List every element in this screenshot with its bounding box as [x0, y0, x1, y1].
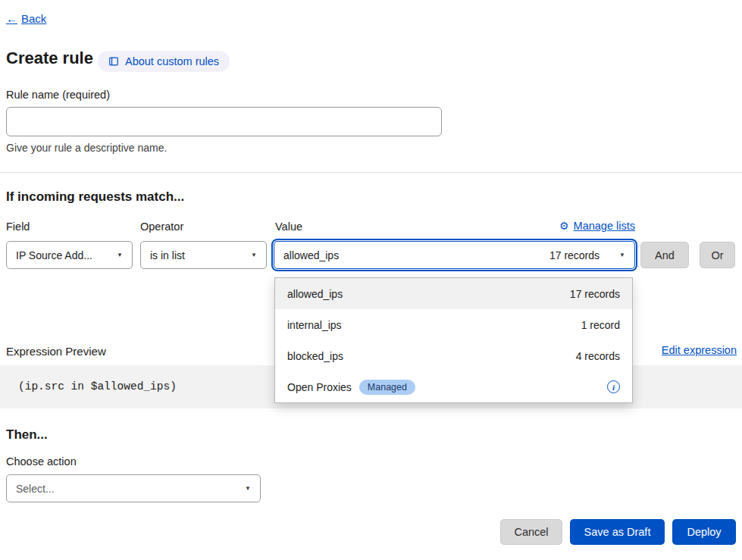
and-button[interactable]: And [640, 242, 689, 268]
match-section-heading: If incoming requests match... [6, 189, 184, 205]
value-select-value: allowed_ips [283, 249, 339, 261]
choose-action-label: Choose action [6, 455, 77, 468]
value-dropdown-menu: allowed_ips 17 records internal_ips 1 re… [274, 277, 633, 403]
operator-select-value: is in list [150, 249, 185, 261]
manage-lists-label: Manage lists [574, 220, 635, 232]
cancel-button[interactable]: Cancel [500, 519, 562, 545]
operator-column-label: Operator [140, 221, 183, 233]
chevron-down-icon: ▼ [251, 252, 257, 258]
info-icon[interactable]: i [607, 380, 620, 393]
back-link[interactable]: ← Back [6, 12, 46, 25]
section-divider [0, 172, 742, 173]
value-select-records: 17 records [549, 249, 600, 261]
create-rule-page: ← Back Create rule About custom rules Ru… [0, 0, 742, 560]
rule-name-input[interactable] [6, 107, 442, 136]
gear-icon: ⚙ [559, 220, 569, 232]
list-item-name: internal_ips [287, 319, 342, 331]
managed-badge: Managed [359, 380, 415, 395]
then-section-heading: Then... [6, 427, 48, 443]
manage-lists-link[interactable]: ⚙ Manage lists [559, 220, 635, 232]
field-column-label: Field [6, 221, 30, 233]
page-title: Create rule [6, 48, 93, 68]
list-item-records: 4 records [576, 350, 620, 362]
about-custom-rules-link[interactable]: About custom rules [98, 51, 230, 72]
value-select[interactable]: allowed_ips 17 records ▼ [274, 241, 635, 269]
back-link-label: Back [21, 12, 46, 25]
about-custom-rules-label: About custom rules [125, 55, 219, 67]
chevron-down-icon: ▼ [245, 485, 251, 492]
list-item-allowed-ips[interactable]: allowed_ips 17 records [275, 278, 632, 309]
rule-name-label: Rule name (required) [6, 89, 110, 101]
list-item-records: 1 record [581, 319, 620, 331]
field-select[interactable]: IP Source Add... ▼ [6, 241, 133, 269]
book-icon [108, 56, 119, 67]
expression-preview-label: Expression Preview [6, 345, 106, 358]
chevron-down-icon: ▼ [619, 252, 625, 258]
deploy-button[interactable]: Deploy [672, 519, 736, 545]
value-column-label: Value [275, 221, 302, 233]
action-select-placeholder: Select... [16, 483, 55, 495]
back-arrow-icon: ← [6, 12, 17, 25]
edit-expression-link[interactable]: Edit expression [662, 344, 737, 356]
field-select-value: IP Source Add... [16, 249, 92, 261]
list-item-open-proxies[interactable]: Open Proxies Managed i [275, 371, 632, 402]
list-item-name: allowed_ips [287, 288, 343, 300]
or-button[interactable]: Or [700, 242, 735, 268]
list-item-internal-ips[interactable]: internal_ips 1 record [275, 309, 632, 340]
operator-select[interactable]: is in list ▼ [140, 241, 267, 269]
list-item-records: 17 records [570, 288, 620, 300]
list-item-name: Open Proxies [287, 381, 352, 393]
chevron-down-icon: ▼ [117, 252, 123, 258]
rule-name-helper-text: Give your rule a descriptive name. [6, 142, 167, 154]
list-item-blocked-ips[interactable]: blocked_ips 4 records [275, 340, 632, 371]
save-as-draft-button[interactable]: Save as Draft [570, 519, 665, 545]
list-item-name: blocked_ips [287, 350, 343, 362]
action-select[interactable]: Select... ▼ [6, 474, 261, 502]
